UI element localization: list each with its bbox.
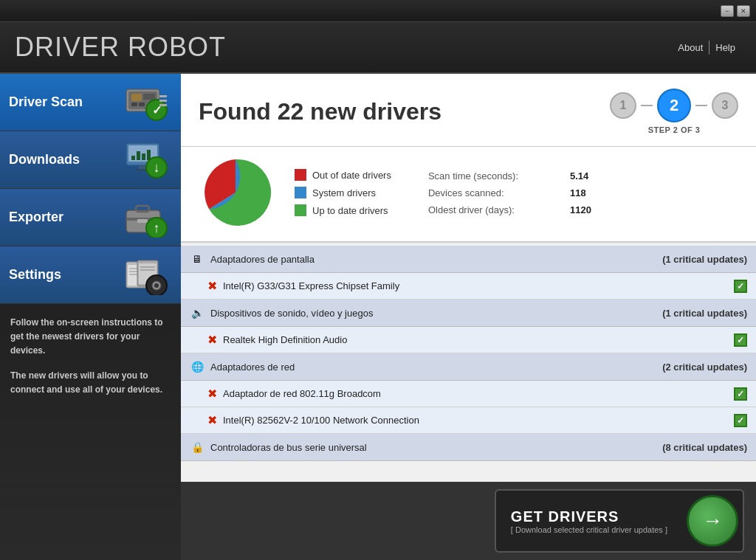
sidebar-label-downloads: Downloads	[9, 152, 120, 167]
category-row-usb: 🔒 Controladoras de bus serie universal (…	[181, 434, 756, 461]
legend-color-blue	[295, 187, 306, 198]
sidebar-label-settings: Settings	[9, 267, 120, 283]
stat-label-scan-time: Scan time (seconds):	[428, 170, 561, 182]
driver-row-realtek[interactable]: ✖ Realtek High Definition Audio	[181, 327, 756, 353]
step-indicator: 1 2 3 STEP 2 OF 3	[610, 89, 738, 134]
step-line-2	[695, 105, 707, 106]
driver-list[interactable]: 🖥 Adaptadores de pantalla (1 critical up…	[181, 243, 756, 482]
app-header: DRIVER ROBOT About Help	[0, 22, 756, 74]
stats-area: Out of date drivers System drivers Up to…	[181, 147, 756, 243]
get-drivers-button[interactable]: GET DRIVERS [ Download selected critical…	[495, 489, 744, 553]
about-link[interactable]: About	[672, 41, 709, 55]
bottom-bar: GET DRIVERS [ Download selected critical…	[181, 482, 756, 560]
category-updates-usb: (8 critical updates)	[662, 442, 747, 453]
scan-stats: Scan time (seconds): 5.14 Devices scanne…	[428, 170, 591, 215]
svg-rect-10	[159, 104, 167, 106]
driver-checkbox-3[interactable]	[734, 387, 747, 401]
stat-label-oldest: Oldest driver (days):	[428, 204, 561, 215]
stat-row-devices: Devices scanned: 118	[428, 187, 591, 198]
stat-value-oldest: 1120	[570, 204, 591, 215]
driver-checkbox-1[interactable]	[734, 280, 747, 293]
legend-item-outofdate: Out of date drivers	[295, 169, 391, 181]
error-icon-3: ✖	[207, 387, 217, 401]
pie-chart	[199, 156, 272, 229]
settings-icon	[120, 253, 172, 297]
exporter-icon: ↑	[120, 196, 172, 240]
legend-label-system: System drivers	[312, 187, 376, 198]
display-adapter-icon: 🖥	[190, 252, 205, 266]
error-icon-1: ✖	[207, 279, 217, 293]
driver-row-broadcom[interactable]: ✖ Adaptador de red 802.11g Broadcom	[181, 381, 756, 407]
step-1: 1	[610, 92, 636, 119]
content-header: Found 22 new drivers 1 2 3 STEP 2 OF 3	[181, 74, 756, 147]
driver-checkbox-4[interactable]	[734, 414, 747, 427]
svg-rect-9	[159, 100, 167, 102]
step-label: STEP 2 OF 3	[648, 125, 701, 134]
sidebar-info-text1: Follow the on-screen instructions to get…	[10, 316, 171, 359]
get-drivers-title: GET DRIVERS	[511, 508, 667, 525]
svg-point-38	[154, 283, 159, 288]
header-nav: About Help	[672, 41, 741, 55]
driver-row-intel-82562[interactable]: ✖ Intel(R) 82562V-2 10/100 Network Conne…	[181, 407, 756, 434]
main-layout: Driver Scan ✓	[0, 74, 756, 560]
sidebar-label-driver-scan: Driver Scan	[9, 94, 120, 110]
minimize-button[interactable]: −	[721, 5, 734, 17]
sidebar-label-exporter: Exporter	[9, 210, 120, 225]
title-bar-buttons: − ✕	[721, 5, 750, 17]
legend-color-green	[295, 204, 306, 216]
app-logo: DRIVER ROBOT	[15, 32, 226, 63]
app-title-suffix: ROBOT	[120, 32, 226, 62]
svg-text:↑: ↑	[153, 221, 159, 235]
svg-rect-23	[136, 206, 149, 212]
stat-value-devices: 118	[570, 187, 586, 198]
category-name-sound: Dispositivos de sonido, vídeo y juegos	[210, 308, 662, 319]
close-button[interactable]: ✕	[737, 5, 750, 17]
svg-rect-15	[131, 156, 135, 160]
sidebar-info-text2: The new drivers will allow you to connec…	[10, 369, 171, 397]
stat-row-scan-time: Scan time (seconds): 5.14	[428, 170, 591, 182]
svg-rect-3	[143, 94, 155, 100]
driver-scan-icon: ✓	[120, 80, 172, 125]
sidebar-item-driver-scan[interactable]: Driver Scan ✓	[0, 74, 181, 131]
category-name-usb: Controladoras de bus serie universal	[210, 442, 662, 453]
svg-rect-8	[159, 95, 167, 97]
stat-label-devices: Devices scanned:	[428, 187, 561, 198]
downloads-icon: ↓	[120, 138, 172, 182]
title-bar: − ✕	[0, 0, 756, 22]
svg-rect-5	[139, 103, 145, 106]
svg-rect-2	[131, 94, 142, 101]
get-drivers-subtitle: [ Download selected critical driver upda…	[511, 525, 667, 534]
step-line-1	[641, 105, 653, 106]
driver-name-realtek: Realtek High Definition Audio	[223, 334, 734, 345]
step-2: 2	[657, 89, 691, 122]
step-3: 3	[712, 92, 738, 119]
category-row-sound: 🔈 Dispositivos de sonido, vídeo y juegos…	[181, 300, 756, 327]
svg-rect-17	[142, 153, 145, 160]
legend-label-outofdate: Out of date drivers	[312, 170, 391, 181]
step-circles: 1 2 3	[610, 89, 738, 122]
driver-name-intel-g33: Intel(R) G33/G31 Express Chipset Family	[223, 280, 734, 291]
category-updates-sound: (1 critical updates)	[662, 308, 747, 319]
driver-row-intel-g33[interactable]: ✖ Intel(R) G33/G31 Express Chipset Famil…	[181, 273, 756, 300]
svg-rect-24	[137, 219, 148, 223]
sidebar-item-settings[interactable]: Settings	[0, 246, 181, 304]
sidebar-item-downloads[interactable]: Downloads ↓	[0, 131, 181, 189]
stat-row-oldest: Oldest driver (days): 1120	[428, 204, 591, 215]
sidebar: Driver Scan ✓	[0, 74, 181, 560]
category-updates-network: (2 critical updates)	[662, 362, 747, 373]
category-name-network: Adaptadores de red	[210, 362, 662, 373]
content-title: Found 22 new drivers	[199, 98, 441, 125]
driver-checkbox-2[interactable]	[734, 333, 747, 347]
legend-item-system: System drivers	[295, 187, 391, 198]
category-row-display: 🖥 Adaptadores de pantalla (1 critical up…	[181, 246, 756, 273]
category-row-network: 🌐 Adaptadores de red (2 critical updates…	[181, 353, 756, 381]
category-name-display: Adaptadores de pantalla	[210, 254, 662, 265]
svg-rect-4	[131, 103, 137, 106]
sidebar-item-exporter[interactable]: Exporter ↑	[0, 189, 181, 246]
driver-name-broadcom: Adaptador de red 802.11g Broadcom	[223, 388, 734, 399]
content-area: Found 22 new drivers 1 2 3 STEP 2 OF 3	[181, 74, 756, 560]
error-icon-4: ✖	[207, 413, 217, 427]
app-title-bold: DRIVER	[15, 32, 120, 62]
legend-item-uptodate: Up to date drivers	[295, 204, 391, 216]
help-link[interactable]: Help	[709, 41, 741, 55]
